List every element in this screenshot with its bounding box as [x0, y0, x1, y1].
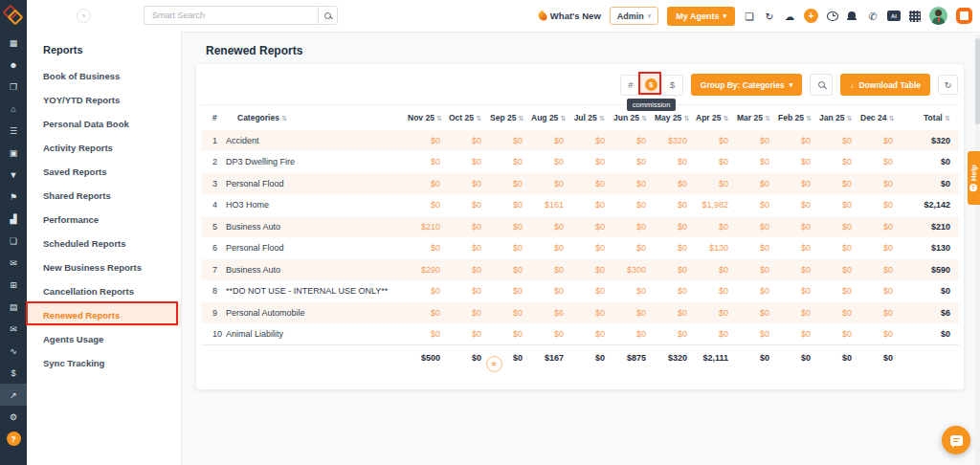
sidebar-item-performance[interactable]: Performance	[27, 208, 181, 232]
value-cell: $0	[490, 259, 531, 281]
whats-new-link[interactable]: What's New	[539, 11, 601, 21]
column-header-sep-25[interactable]: Sep 25 ⇅	[490, 105, 531, 130]
ai-assistant-icon[interactable]: AI	[887, 11, 901, 21]
id-card-icon[interactable]: ▣	[0, 142, 27, 164]
value-cell: $0	[819, 173, 860, 195]
table-row: 8**DO NOT USE - INTERNAL USE ONLY**$0$0$…	[201, 280, 959, 302]
dashboard-icon[interactable]: ▦	[0, 32, 27, 54]
chat-bubble-icon	[950, 435, 963, 446]
sidebar-item-yoy-ytd-reports[interactable]: YOY/YTD Reports	[27, 88, 181, 112]
payments-icon[interactable]: $	[0, 362, 27, 384]
phone-icon[interactable]: ✆	[867, 11, 879, 22]
documents-icon[interactable]: ❐	[0, 76, 27, 98]
mail-reports-icon[interactable]: ✉	[0, 252, 27, 274]
calculator-icon[interactable]: ⊞	[0, 274, 27, 296]
column-header-total[interactable]: Total ⇅	[902, 105, 959, 130]
settings-icon[interactable]: ⚙	[0, 406, 27, 428]
value-cell: $0	[490, 130, 531, 152]
column-header-apr-25[interactable]: Apr 25 ⇅	[696, 105, 737, 130]
column-header-mar-25[interactable]: Mar 25 ⇅	[737, 105, 778, 130]
category-cell: HO3 Home	[226, 194, 408, 216]
group-by-button[interactable]: Group By: Categories▾	[691, 74, 802, 96]
campaigns-icon[interactable]: ⚑	[0, 186, 27, 208]
reports-icon[interactable]: ↗	[0, 384, 27, 406]
search-button[interactable]	[318, 6, 338, 25]
value-cell: $0	[696, 216, 737, 238]
sidebar-item-saved-reports[interactable]: Saved Reports	[27, 160, 181, 184]
sidebar-item-scheduled-reports[interactable]: Scheduled Reports	[27, 232, 181, 255]
value-cell: $0	[778, 216, 819, 238]
analytics-icon[interactable]: ▟	[0, 208, 27, 230]
column-header-aug-25[interactable]: Aug 25 ⇅	[531, 105, 572, 130]
sidebar-item-book-of-business[interactable]: Book of Business	[27, 64, 181, 88]
help-icon[interactable]: ?	[0, 428, 27, 450]
count-toggle[interactable]: #	[620, 75, 641, 96]
sidebar-item-shared-reports[interactable]: Shared Reports	[27, 184, 181, 208]
sidebar-item-agents-usage[interactable]: Agents Usage	[27, 327, 181, 351]
history-icon[interactable]	[827, 11, 838, 21]
contacts-icon[interactable]: ☻	[0, 54, 27, 76]
value-cell: $0	[490, 280, 531, 302]
column-header-categories[interactable]: Categories ⇅	[226, 105, 408, 130]
sidebar-item-cancellation-reports[interactable]: Cancellation Reports	[27, 279, 181, 303]
sidebar-menu: Book of BusinessYOY/YTD ReportsPersonal …	[27, 64, 181, 375]
dialer-icon[interactable]	[909, 11, 921, 22]
column-header-feb-25[interactable]: Feb 25 ⇅	[778, 105, 819, 130]
scroll-to-top-button[interactable]: »	[486, 356, 502, 372]
sidebar-item-personal-data-book[interactable]: Personal Data Book	[27, 112, 181, 136]
filter-icon[interactable]: ▼	[0, 164, 27, 186]
value-cell: $0	[737, 259, 778, 281]
tasks-icon[interactable]: ☰	[0, 120, 27, 142]
refresh-table-button[interactable]: ↻	[938, 75, 958, 95]
folders-icon[interactable]: ❏	[0, 230, 27, 252]
total-cell: $6	[902, 302, 959, 324]
row-number-cell: 1	[201, 130, 226, 152]
connected-app-icon[interactable]	[956, 8, 972, 24]
scrollbar-thumb[interactable]	[975, 38, 980, 124]
column-header-jan-25[interactable]: Jan 25 ⇅	[819, 105, 860, 130]
value-mode-toggle-group: # $ $	[620, 75, 683, 96]
column-header-dec-24[interactable]: Dec 24 ⇅	[860, 105, 902, 130]
commission-toggle[interactable]: $	[641, 75, 662, 96]
value-cell: $0	[860, 194, 902, 216]
notifications-icon[interactable]	[847, 11, 858, 21]
search-input[interactable]	[144, 6, 318, 25]
sidebar-item-renewed-reports[interactable]: Renewed Reports	[27, 303, 181, 327]
row-number-cell: 3	[201, 173, 226, 195]
signature-icon[interactable]: ∿	[0, 340, 27, 362]
sync-icon[interactable]: ↻	[764, 11, 775, 22]
sidebar-item-new-business-reports[interactable]: New Business Reports	[27, 255, 181, 279]
agency-icon[interactable]: ⌂	[0, 98, 27, 120]
sidebar-item-activity-reports[interactable]: Activity Reports	[27, 136, 181, 160]
my-agents-button[interactable]: My Agents▾	[667, 7, 735, 26]
value-cell: $0	[449, 280, 490, 302]
page-scrollbar[interactable]	[975, 34, 980, 465]
cloud-icon[interactable]: ☁	[784, 11, 795, 22]
chat-button[interactable]	[942, 426, 970, 454]
help-tab[interactable]: ?Help	[968, 151, 980, 205]
sidebar-item-sync-tracking[interactable]: Sync Tracking	[27, 351, 181, 375]
user-avatar[interactable]	[929, 7, 947, 25]
calendar-icon[interactable]: ▤	[0, 296, 27, 318]
value-cell: $320	[655, 130, 696, 152]
page-search-icon[interactable]: ❏	[744, 11, 755, 22]
table-row: 6Personal Flood$0$0$0$0$0$0$0$130$0$0$0$…	[201, 237, 959, 259]
premium-toggle[interactable]: $	[662, 75, 683, 96]
row-number-cell: 8	[201, 280, 226, 302]
table-search-button[interactable]	[810, 74, 833, 96]
value-cell: $0	[778, 280, 819, 302]
app-logo-icon[interactable]	[3, 5, 24, 26]
column-header-jul-25[interactable]: Jul 25 ⇅	[572, 105, 613, 130]
column-header-nov-25[interactable]: Nov 25 ⇅	[408, 105, 449, 130]
value-cell: $0	[819, 151, 860, 173]
value-cell: $0	[860, 151, 902, 173]
value-cell: $0	[778, 259, 819, 281]
value-cell: $130	[696, 237, 737, 259]
download-table-button[interactable]: ↓Download Table	[840, 74, 930, 96]
column-header-oct-25[interactable]: Oct 25 ⇅	[449, 105, 490, 130]
collapse-sidebar-button[interactable]: ›	[77, 9, 91, 23]
messages-icon[interactable]: ✉	[0, 318, 27, 340]
value-cell: $0	[408, 173, 449, 195]
admin-dropdown[interactable]: Admin▾	[610, 7, 659, 25]
add-icon[interactable]: +	[804, 9, 818, 23]
